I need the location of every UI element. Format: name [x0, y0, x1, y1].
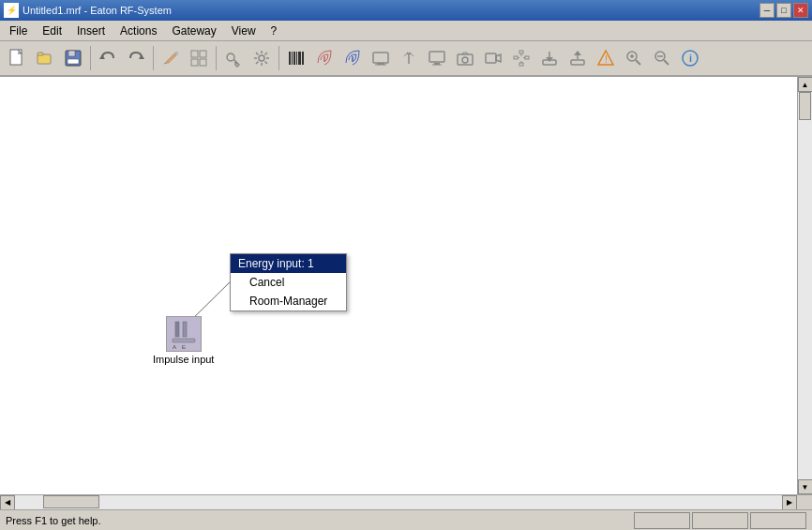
main-area: A E Impulse input Energy input: 1 Cancel… [0, 77, 812, 494]
scroll-thumb-horizontal[interactable] [43, 495, 99, 508]
svg-rect-5 [68, 59, 79, 64]
svg-rect-31 [514, 56, 518, 59]
svg-text:!: ! [605, 54, 608, 65]
svg-rect-33 [519, 63, 523, 66]
svg-line-51 [664, 60, 669, 65]
save-button[interactable] [60, 45, 86, 71]
scroll-right-button[interactable]: ▶ [782, 495, 797, 510]
scroll-track-horizontal[interactable] [15, 495, 782, 510]
monitor-button[interactable] [424, 45, 450, 71]
status-help-text: Press F1 to get help. [6, 515, 101, 526]
context-menu-header: Energy input: 1 [231, 254, 346, 273]
svg-rect-8 [191, 51, 198, 57]
svg-rect-9 [200, 51, 206, 57]
context-menu: Energy input: 1 Cancel Room-Manager [230, 253, 347, 311]
svg-rect-58 [173, 339, 195, 342]
svg-rect-32 [525, 56, 529, 59]
svg-rect-23 [429, 52, 444, 62]
horizontal-scrollbar-area: ◀ ▶ [0, 494, 812, 509]
svg-point-27 [462, 57, 468, 63]
grid-button[interactable] [186, 45, 212, 71]
redo-button[interactable] [123, 45, 149, 71]
svg-rect-11 [200, 59, 206, 66]
svg-marker-7 [139, 54, 144, 59]
impulse-input-label: Impulse input [153, 354, 214, 365]
menu-file[interactable]: File [2, 23, 35, 39]
scroll-up-button[interactable]: ▲ [798, 77, 813, 92]
zoomout-button[interactable] [649, 45, 675, 71]
svg-rect-20 [373, 53, 388, 63]
device1-button[interactable] [368, 45, 394, 71]
svg-rect-30 [519, 51, 523, 53]
svg-rect-41 [571, 60, 584, 65]
canvas-area[interactable]: A E Impulse input Energy input: 1 Cancel… [0, 77, 797, 494]
impulse-input-node[interactable]: A E Impulse input [153, 316, 214, 365]
svg-text:A: A [173, 344, 176, 350]
scroll-left-button[interactable]: ◀ [0, 495, 15, 510]
rf1-button[interactable] [311, 45, 338, 71]
horizontal-scrollbar: ◀ ▶ [0, 495, 797, 510]
camera-button[interactable] [452, 45, 478, 71]
svg-rect-14 [289, 52, 291, 65]
open-button[interactable] [32, 45, 58, 71]
status-panels [634, 512, 806, 529]
connection-svg [0, 77, 797, 494]
import-button[interactable] [536, 45, 563, 71]
record-button[interactable] [480, 45, 506, 71]
antenna-button[interactable] [396, 45, 422, 71]
title-text: Untitled1.mrf - Eaton RF-System [23, 5, 172, 16]
status-panel-3 [750, 512, 806, 529]
key-button[interactable] [220, 45, 247, 71]
toolbar-sep-2 [153, 46, 154, 70]
svg-rect-57 [183, 322, 187, 337]
svg-rect-28 [486, 53, 496, 63]
info-button[interactable]: i [677, 45, 703, 71]
scroll-down-button[interactable]: ▼ [798, 479, 813, 494]
rf2-button[interactable] [339, 45, 366, 71]
close-button[interactable]: ✕ [793, 3, 808, 18]
scroll-track-vertical[interactable] [798, 92, 812, 479]
maximize-button[interactable]: □ [776, 3, 791, 18]
scroll-thumb-vertical[interactable] [799, 92, 811, 120]
impulse-input-icon: A E [166, 316, 202, 352]
toolbar-sep-3 [216, 46, 217, 70]
menu-insert[interactable]: Insert [69, 23, 113, 39]
app-icon: ⚡ [4, 3, 19, 18]
new-button[interactable] [4, 45, 30, 71]
svg-marker-43 [574, 51, 581, 55]
svg-rect-15 [292, 52, 293, 65]
toolbar-sep-4 [278, 46, 279, 70]
minimize-button[interactable]: ─ [759, 3, 774, 18]
svg-marker-29 [496, 54, 501, 62]
network-button[interactable] [508, 45, 534, 71]
title-bar-left: ⚡ Untitled1.mrf - Eaton RF-System [4, 3, 172, 18]
warning-button[interactable]: ! [593, 45, 619, 71]
edit-pen-button[interactable] [158, 45, 184, 71]
size-grip [797, 495, 812, 510]
menu-help[interactable]: ? [263, 23, 285, 39]
svg-line-47 [636, 60, 640, 65]
status-panel-1 [634, 512, 690, 529]
gear-button[interactable] [248, 45, 275, 71]
barcode-button[interactable] [283, 45, 309, 71]
menu-edit[interactable]: Edit [35, 23, 69, 39]
svg-point-13 [259, 55, 264, 61]
zoomin-button[interactable] [621, 45, 647, 71]
menu-bar: File Edit Insert Actions Gateway View ? [0, 21, 812, 41]
export-button[interactable] [564, 45, 591, 71]
svg-rect-10 [191, 59, 198, 66]
svg-rect-16 [293, 52, 295, 65]
svg-marker-6 [99, 54, 105, 59]
toolbar: ! i [0, 41, 812, 77]
title-bar: ⚡ Untitled1.mrf - Eaton RF-System ─ □ ✕ [0, 0, 812, 21]
context-menu-cancel[interactable]: Cancel [231, 273, 346, 292]
menu-view[interactable]: View [224, 23, 263, 39]
menu-actions[interactable]: Actions [113, 23, 164, 39]
undo-button[interactable] [95, 45, 121, 71]
svg-text:i: i [689, 53, 692, 64]
menu-gateway[interactable]: Gateway [164, 23, 223, 39]
context-menu-room-manager[interactable]: Room-Manager [231, 292, 346, 310]
svg-text:E: E [182, 344, 186, 350]
title-controls: ─ □ ✕ [759, 3, 808, 18]
svg-rect-19 [302, 52, 304, 65]
